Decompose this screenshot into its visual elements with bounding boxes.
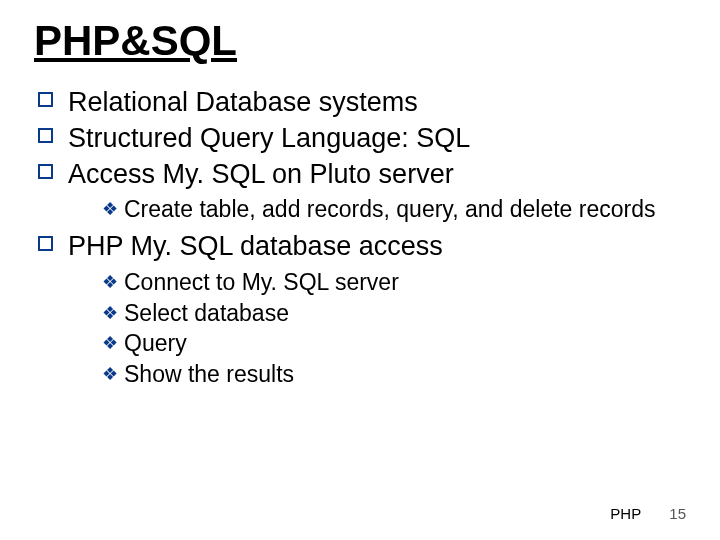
sub-bullet-item: ❖ Query	[102, 329, 692, 358]
bullet-item: Access My. SQL on Pluto server ❖ Create …	[38, 158, 692, 225]
bullet-list-level1: Relational Database systems Structured Q…	[28, 86, 692, 389]
sub-bullet-item: ❖ Show the results	[102, 360, 692, 389]
square-bullet-icon	[38, 164, 53, 179]
page-number: 15	[669, 505, 686, 522]
bullet-text: Access My. SQL on Pluto server	[68, 159, 454, 189]
sub-bullet-text: Create table, add records, query, and de…	[124, 196, 655, 222]
footer-label: PHP	[610, 505, 641, 522]
square-bullet-icon	[38, 236, 53, 251]
bullet-text: PHP My. SQL database access	[68, 231, 443, 261]
bullet-text: Relational Database systems	[68, 87, 418, 117]
diamond-bullet-icon: ❖	[102, 302, 118, 325]
sub-bullet-text: Show the results	[124, 361, 294, 387]
bullet-item: Relational Database systems	[38, 86, 692, 120]
sub-bullet-text: Query	[124, 330, 187, 356]
square-bullet-icon	[38, 92, 53, 107]
bullet-item: Structured Query Language: SQL	[38, 122, 692, 156]
square-bullet-icon	[38, 128, 53, 143]
bullet-list-level2: ❖ Create table, add records, query, and …	[68, 195, 692, 224]
diamond-bullet-icon: ❖	[102, 332, 118, 355]
slide-footer: PHP 15	[610, 505, 686, 522]
sub-bullet-item: ❖ Create table, add records, query, and …	[102, 195, 692, 224]
slide-title: PHP&SQL	[34, 18, 692, 64]
bullet-item: PHP My. SQL database access ❖ Connect to…	[38, 230, 692, 389]
sub-bullet-item: ❖ Connect to My. SQL server	[102, 268, 692, 297]
bullet-text: Structured Query Language: SQL	[68, 123, 470, 153]
sub-bullet-item: ❖ Select database	[102, 299, 692, 328]
diamond-bullet-icon: ❖	[102, 271, 118, 294]
sub-bullet-text: Select database	[124, 300, 289, 326]
diamond-bullet-icon: ❖	[102, 198, 118, 221]
bullet-list-level2: ❖ Connect to My. SQL server ❖ Select dat…	[68, 268, 692, 389]
slide: PHP&SQL Relational Database systems Stru…	[0, 0, 720, 540]
sub-bullet-text: Connect to My. SQL server	[124, 269, 399, 295]
diamond-bullet-icon: ❖	[102, 363, 118, 386]
